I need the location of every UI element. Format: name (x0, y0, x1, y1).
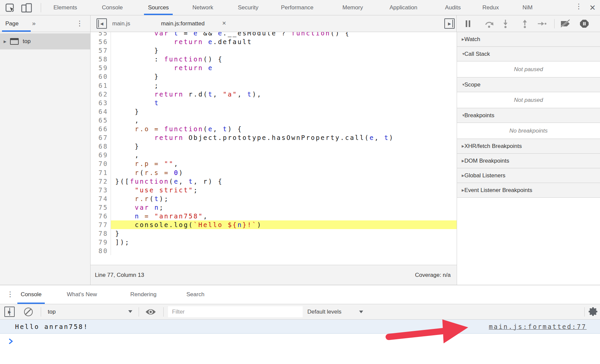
tab-performance[interactable]: Performance (281, 0, 313, 15)
line-number[interactable]: 80 (91, 246, 111, 255)
line-number[interactable]: 75 (91, 203, 111, 212)
code-line[interactable]: 62 return r.d(t, "a", t), (91, 90, 457, 99)
execution-context-selector[interactable]: top (48, 304, 56, 319)
code-line[interactable]: 64 } (91, 107, 457, 116)
drawer-tab-search[interactable]: Search (183, 285, 208, 304)
tab-audits[interactable]: Audits (445, 0, 461, 15)
code-line[interactable]: 78} (91, 229, 457, 238)
tab-console[interactable]: Console (102, 0, 123, 15)
code-line[interactable]: 63 t (91, 99, 457, 107)
frame-tree-item-top[interactable]: ▶ top (0, 33, 90, 49)
navigator-more-menu-icon[interactable]: ⋮ (76, 20, 83, 27)
line-number[interactable]: 69 (91, 151, 111, 159)
tab-application[interactable]: Application (390, 0, 417, 15)
console-filter-input[interactable] (168, 306, 303, 317)
pause-script-icon[interactable] (463, 19, 473, 28)
code-line[interactable]: 72}([function(e, t, r) { (91, 177, 457, 186)
expand-arrow-icon[interactable]: ▶ (457, 37, 464, 41)
section-dom-breakpoints[interactable]: ▶DOM Breakpoints (457, 154, 600, 168)
line-number[interactable]: 62 (91, 90, 111, 99)
collapse-arrow-icon[interactable]: ▼ (457, 83, 464, 86)
line-number[interactable]: 70 (91, 159, 111, 168)
code-line[interactable]: 55 var t = e && e.__esModule ? function(… (91, 32, 457, 37)
customize-devtools-menu-icon[interactable]: ⋮ (575, 3, 582, 10)
code-line[interactable]: 71 r(r.s = 0) (91, 168, 457, 177)
drawer-tab-rendering[interactable]: Rendering (127, 285, 160, 304)
console-message-row[interactable]: Hello anran758! main.js:formatted:77 (0, 320, 600, 334)
step-out-icon[interactable] (520, 19, 530, 28)
code-line[interactable]: 67 return Object.prototype.hasOwnPropert… (91, 133, 457, 142)
line-number[interactable]: 56 (91, 37, 111, 46)
code-line-highlighted[interactable]: 77 console.log(`Hello ${n}!`) (91, 220, 457, 229)
line-number[interactable]: 74 (91, 194, 111, 203)
line-number[interactable]: 79 (91, 238, 111, 246)
expand-arrow-icon[interactable]: ▶ (0, 39, 10, 44)
context-dropdown-arrow-icon[interactable] (128, 310, 132, 313)
tab-main-js[interactable]: main.js (112, 15, 130, 32)
tab-security[interactable]: Security (238, 0, 258, 15)
drawer-tab-what-s-new[interactable]: What's New (63, 285, 100, 304)
expand-arrow-icon[interactable]: ▶ (457, 188, 464, 192)
line-number[interactable]: 67 (91, 133, 111, 142)
expand-arrow-icon[interactable]: ▶ (457, 159, 464, 163)
section-global-listeners[interactable]: ▶Global Listeners (457, 168, 600, 183)
code-line[interactable]: 80 (91, 246, 457, 255)
code-line[interactable]: 69 , (91, 151, 457, 159)
pause-on-exceptions-icon[interactable] (580, 19, 589, 28)
code-line[interactable]: 68 } (91, 142, 457, 151)
expand-arrow-icon[interactable]: ▶ (457, 174, 464, 177)
code-line[interactable]: 56 return e.default (91, 37, 457, 46)
tab-page[interactable]: Page (5, 15, 19, 32)
code-line[interactable]: 76 n = "anran758", (91, 212, 457, 220)
line-number[interactable]: 60 (91, 72, 111, 81)
code-line[interactable]: 59 return e (91, 63, 457, 72)
line-number[interactable]: 76 (91, 212, 111, 220)
line-number[interactable]: 66 (91, 125, 111, 133)
tab-nim[interactable]: NiM (522, 0, 533, 15)
show-console-sidebar-icon[interactable]: ▶ (4, 307, 15, 317)
line-number[interactable]: 72 (91, 177, 111, 186)
code-line[interactable]: 60 } (91, 72, 457, 81)
console-source-link[interactable]: main.js:formatted:77 (489, 323, 600, 330)
code-line[interactable]: 79]); (91, 238, 457, 246)
collapse-arrow-icon[interactable]: ▼ (457, 114, 464, 117)
section-watch[interactable]: ▶Watch (457, 32, 600, 47)
code-line[interactable]: 66 r.o = function(e, t) { (91, 125, 457, 133)
drawer-tab-console[interactable]: Console (17, 285, 45, 304)
console-prompt[interactable] (0, 334, 600, 346)
section-xhr-fetch-breakpoints[interactable]: ▶XHR/fetch Breakpoints (457, 139, 600, 154)
deactivate-breakpoints-icon[interactable] (560, 19, 572, 28)
line-number[interactable]: 59 (91, 63, 111, 72)
step-icon[interactable] (538, 19, 547, 28)
close-tab-icon[interactable]: × (222, 15, 226, 32)
code-line[interactable]: 74 r.r(t); (91, 194, 457, 203)
drawer-more-menu-icon[interactable]: ⋮ (7, 291, 14, 298)
line-number[interactable]: 77 (91, 220, 111, 229)
section-event-listener-breakpoints[interactable]: ▶Event Listener Breakpoints (457, 183, 600, 198)
code-line[interactable]: 70 r.p = "", (91, 159, 457, 168)
section-call-stack[interactable]: ▼Call Stack (457, 47, 600, 61)
clear-console-icon[interactable] (24, 308, 33, 316)
log-levels-selector[interactable]: Default levels (307, 304, 341, 319)
create-live-expression-icon[interactable] (145, 308, 156, 316)
code-line[interactable]: 61 ; (91, 81, 457, 90)
inspect-element-icon[interactable] (5, 3, 15, 13)
collapse-arrow-icon[interactable]: ▼ (457, 52, 464, 56)
line-number[interactable]: 63 (91, 99, 111, 107)
tab-network[interactable]: Network (192, 0, 213, 15)
line-number[interactable]: 64 (91, 107, 111, 116)
line-number[interactable]: 61 (91, 81, 111, 90)
line-number[interactable]: 73 (91, 186, 111, 194)
code-line[interactable]: 73 "use strict"; (91, 186, 457, 194)
code-viewport[interactable]: 55 var t = e && e.__esModule ? function(… (91, 32, 457, 265)
more-tabs-chevron-icon[interactable]: » (32, 15, 36, 32)
line-number[interactable]: 71 (91, 168, 111, 177)
step-into-icon[interactable] (501, 19, 510, 28)
tab-memory[interactable]: Memory (342, 0, 363, 15)
code-line[interactable]: 75 var n; (91, 203, 457, 212)
code-line[interactable]: 65 , (91, 116, 457, 125)
tab-sources[interactable]: Sources (144, 0, 173, 15)
toggle-device-toolbar-icon[interactable] (21, 3, 33, 13)
section-breakpoints[interactable]: ▼Breakpoints (457, 108, 600, 123)
expand-arrow-icon[interactable]: ▶ (457, 144, 464, 148)
